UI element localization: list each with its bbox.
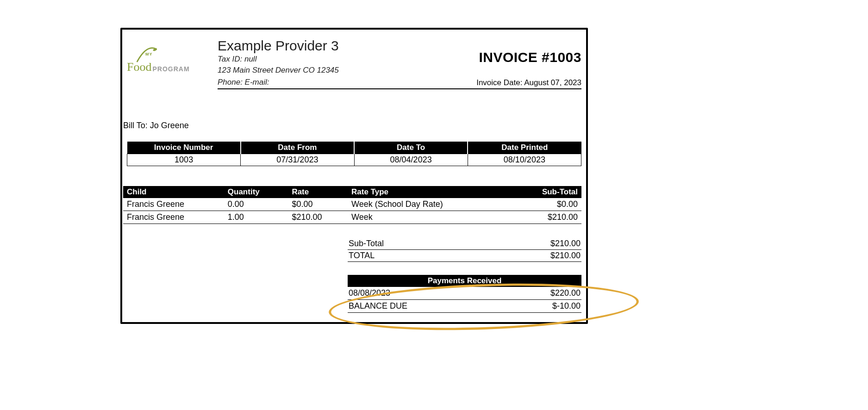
payment-date: 08/08/2023	[349, 288, 390, 298]
table-header-row: Child Quantity Rate Rate Type Sub-Total	[123, 186, 581, 198]
total-label: TOTAL	[349, 251, 375, 261]
logo: MY Food PROGRAM	[127, 52, 212, 74]
col-quantity: Quantity	[224, 186, 288, 198]
invoice-document: MY Food PROGRAM Example Provider 3 Tax I…	[120, 28, 588, 324]
subtotal-value: $210.00	[550, 239, 581, 248]
table-row: Francis Greene0.00$0.00Week (School Day …	[123, 198, 581, 211]
col-child: Child	[123, 186, 224, 198]
line-rate-type: Week (School Day Rate)	[348, 198, 499, 211]
line-subtotal: $210.00	[499, 211, 581, 224]
payments-block: Payments Received 08/08/2023$220.00 BALA…	[348, 275, 581, 313]
invoice-date: Invoice Date: August 07, 2023	[476, 78, 581, 87]
contact-line: Phone: E-mail:	[218, 77, 269, 88]
leaf-swoosh-icon	[134, 47, 159, 66]
payments-header: Payments Received	[348, 275, 581, 287]
total-row: TOTAL $210.00	[348, 250, 581, 262]
provider-address: 123 Main Street Denver CO 12345	[218, 65, 581, 76]
col-rate: Rate	[288, 186, 348, 198]
invoice-number-display: INVOICE #1003	[479, 50, 581, 65]
line-subtotal: $0.00	[499, 198, 581, 211]
line-child: Francis Greene	[123, 211, 224, 224]
meta-date-printed: 08/10/2023	[468, 154, 581, 166]
payment-amount: $220.00	[550, 288, 581, 298]
invoice-header: Example Provider 3 Tax ID: null 123 Main…	[218, 38, 581, 89]
line-items-table: Child Quantity Rate Rate Type Sub-Total …	[123, 186, 581, 224]
meta-date-to: 08/04/2023	[354, 154, 468, 166]
totals-block: Sub-Total $210.00 TOTAL $210.00	[348, 238, 581, 262]
line-rate: $210.00	[288, 211, 348, 224]
payment-row: 08/08/2023$220.00	[348, 287, 581, 300]
logo-program-text: PROGRAM	[152, 65, 189, 73]
balance-due-label: BALANCE DUE	[349, 301, 407, 311]
total-value: $210.00	[550, 251, 581, 261]
col-invoice-number: Invoice Number	[127, 142, 241, 154]
bill-to: Bill To: Jo Greene	[123, 121, 189, 130]
line-quantity: 0.00	[224, 198, 288, 211]
meta-invoice-number: 1003	[127, 154, 241, 166]
col-date-printed: Date Printed	[468, 142, 581, 154]
table-row: Francis Greene1.00$210.00Week$210.00	[123, 211, 581, 224]
balance-due-value: $-10.00	[552, 301, 581, 311]
bill-to-name: Jo Greene	[150, 121, 189, 130]
line-rate: $0.00	[288, 198, 348, 211]
subtotal-label: Sub-Total	[349, 239, 384, 248]
table-row: 1003 07/31/2023 08/04/2023 08/10/2023	[127, 154, 581, 166]
col-rate-type: Rate Type	[348, 186, 499, 198]
line-quantity: 1.00	[224, 211, 288, 224]
col-date-from: Date From	[241, 142, 354, 154]
col-date-to: Date To	[354, 142, 468, 154]
line-rate-type: Week	[348, 211, 499, 224]
logo-my-text: MY	[145, 52, 153, 56]
bill-to-label: Bill To:	[123, 121, 148, 130]
line-child: Francis Greene	[123, 198, 224, 211]
subtotal-row: Sub-Total $210.00	[348, 238, 581, 250]
table-header-row: Invoice Number Date From Date To Date Pr…	[127, 142, 581, 154]
balance-due-row: BALANCE DUE $-10.00	[348, 300, 581, 313]
meta-date-from: 07/31/2023	[241, 154, 354, 166]
invoice-meta-table: Invoice Number Date From Date To Date Pr…	[127, 142, 581, 166]
col-subtotal: Sub-Total	[499, 186, 581, 198]
